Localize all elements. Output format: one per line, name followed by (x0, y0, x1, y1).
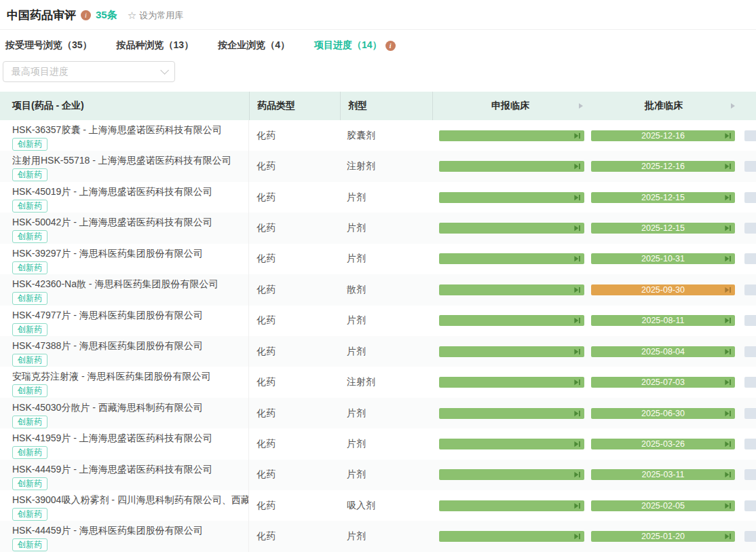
project-name[interactable]: HSK-36357胶囊 - 上海海思盛诺医药科技有限公司 (12, 124, 248, 136)
declare-clinical-bar[interactable] (439, 439, 584, 449)
approve-clinical-bar[interactable]: 2025-03-11 (591, 469, 735, 480)
tab-info-icon[interactable]: i (385, 41, 396, 51)
declare-clinical-bar[interactable] (439, 377, 584, 388)
approve-clinical-bar[interactable]: 2025-12-15 (591, 223, 735, 234)
table-row[interactable]: HSK-45019片 - 上海海思盛诺医药科技有限公司 创新药 化药 片剂 20… (0, 182, 756, 213)
declare-clinical-date (439, 192, 584, 203)
approve-clinical-bar[interactable]: 2025-07-03 (591, 377, 735, 388)
table-row[interactable]: HSK-41959片 - 上海海思盛诺医药科技有限公司 创新药 化药 片剂 20… (0, 428, 756, 459)
declare-clinical-bar[interactable] (439, 469, 584, 480)
declare-clinical-bar[interactable] (439, 223, 584, 234)
tab-by-acceptance-number[interactable]: 按受理号浏览（35） (5, 39, 92, 52)
table-row[interactable]: HSK-39004吸入粉雾剂 - 四川海思科制药有限公司、西藏海 创新药 化药 … (0, 490, 756, 521)
approve-clinical-bar[interactable]: 2025-02-05 (591, 500, 735, 511)
table-row[interactable]: HSK-42360-Na散 - 海思科医药集团股份有限公司 创新药 化药 散剂 … (0, 274, 756, 305)
approve-clinical-bar[interactable]: 2025-12-15 (591, 192, 735, 203)
title-info-icon[interactable]: i (81, 10, 91, 20)
project-cell[interactable]: 注射用HSK-55718 - 上海海思盛诺医药科技有限公司 创新药 (0, 151, 249, 181)
table-row[interactable]: HSK-44459片 - 上海海思盛诺医药科技有限公司 创新药 化药 片剂 20… (0, 460, 756, 490)
declare-clinical-bar[interactable] (439, 284, 584, 295)
project-name[interactable]: 注射用HSK-55718 - 上海海思盛诺医药科技有限公司 (12, 154, 248, 167)
declare-clinical-bar[interactable] (439, 408, 584, 419)
project-cell[interactable]: HSK-44459片 - 上海海思盛诺医药科技有限公司 创新药 (0, 460, 249, 490)
tab-project-progress[interactable]: 项目进度（14） i (314, 39, 396, 52)
project-cell[interactable]: HSK-45019片 - 上海海思盛诺医药科技有限公司 创新药 (0, 182, 249, 213)
project-cell[interactable]: HSK-45030分散片 - 西藏海思科制药有限公司 创新药 (0, 398, 249, 428)
project-cell[interactable]: 安瑞克芬注射液 - 海思科医药集团股份有限公司 创新药 (0, 367, 249, 397)
approve-clinical-bar[interactable]: 2025-10-31 (591, 253, 735, 264)
declare-clinical-bar[interactable] (439, 130, 584, 141)
table-row[interactable]: HSK-39297片 - 海思科医药集团股份有限公司 创新药 化药 片剂 202… (0, 244, 756, 274)
next-stage-bar[interactable] (744, 253, 756, 264)
tab-project-progress-label: 项目进度（14） (314, 39, 382, 52)
project-cell[interactable]: HSK-41959片 - 上海海思盛诺医药科技有限公司 创新药 (0, 428, 249, 459)
approve-clinical-bar[interactable]: 2025-08-11 (591, 315, 735, 326)
step-forward-icon (724, 471, 732, 479)
project-cell[interactable]: HSK-36357胶囊 - 上海海思盛诺医药科技有限公司 创新药 (0, 120, 249, 151)
declare-clinical-bar[interactable] (439, 500, 584, 511)
project-name[interactable]: HSK-41959片 - 上海海思盛诺医药科技有限公司 (12, 432, 248, 445)
project-name[interactable]: HSK-47977片 - 海思科医药集团股份有限公司 (12, 309, 248, 322)
next-stage-bar[interactable] (744, 346, 756, 357)
approve-clinical-cell: 2025-09-30 (588, 284, 740, 295)
next-stage-bar[interactable] (744, 315, 756, 326)
project-name[interactable]: HSK-45019片 - 上海海思盛诺医药科技有限公司 (12, 185, 248, 198)
table-row[interactable]: HSK-47388片 - 海思科医药集团股份有限公司 创新药 化药 片剂 202… (0, 336, 756, 367)
project-cell[interactable]: HSK-47388片 - 海思科医药集团股份有限公司 创新药 (0, 336, 249, 367)
next-stage-bar[interactable] (744, 161, 756, 172)
next-stage-bar[interactable] (744, 192, 756, 203)
tab-by-variety[interactable]: 按品种浏览（13） (117, 39, 194, 52)
drug-type-cell: 化药 (249, 500, 340, 512)
approve-clinical-bar[interactable]: 2025-03-26 (591, 439, 735, 449)
project-name[interactable]: HSK-44459片 - 海思科医药集团股份有限公司 (12, 524, 248, 537)
project-name[interactable]: HSK-50042片 - 上海海思盛诺医药科技有限公司 (12, 216, 248, 229)
next-stage-bar[interactable] (744, 377, 756, 388)
declare-clinical-bar[interactable] (439, 192, 584, 203)
next-stage-bar[interactable] (744, 469, 756, 480)
table-row[interactable]: HSK-44459片 - 海思科医药集团股份有限公司 创新药 化药 片剂 202… (0, 521, 756, 551)
project-name[interactable]: HSK-42360-Na散 - 海思科医药集团股份有限公司 (12, 278, 248, 291)
table-row[interactable]: HSK-47977片 - 海思科医药集团股份有限公司 创新药 化药 片剂 202… (0, 306, 756, 336)
table-row[interactable]: HSK-36357胶囊 - 上海海思盛诺医药科技有限公司 创新药 化药 胶囊剂 … (0, 120, 756, 151)
approve-clinical-bar[interactable]: 2025-09-30 (591, 284, 735, 295)
project-cell[interactable]: HSK-39004吸入粉雾剂 - 四川海思科制药有限公司、西藏海 创新药 (0, 490, 249, 521)
project-name[interactable]: HSK-39004吸入粉雾剂 - 四川海思科制药有限公司、西藏海 (12, 494, 248, 507)
declare-clinical-bar[interactable] (439, 346, 584, 357)
declare-clinical-bar[interactable] (439, 315, 584, 326)
project-cell[interactable]: HSK-47977片 - 海思科医药集团股份有限公司 创新药 (0, 306, 249, 336)
project-cell[interactable]: HSK-44459片 - 海思科医药集团股份有限公司 创新药 (0, 521, 249, 551)
project-name[interactable]: HSK-47388片 - 海思科医药集团股份有限公司 (12, 339, 248, 352)
declare-clinical-bar[interactable] (439, 531, 584, 542)
approve-clinical-bar[interactable]: 2025-06-30 (591, 408, 735, 419)
table-row[interactable]: HSK-45030分散片 - 西藏海思科制药有限公司 创新药 化药 片剂 202… (0, 398, 756, 428)
project-cell[interactable]: HSK-39297片 - 海思科医药集团股份有限公司 创新药 (0, 244, 249, 274)
step-forward-icon (724, 440, 732, 447)
declare-clinical-bar[interactable] (439, 161, 584, 172)
declare-clinical-bar[interactable] (439, 253, 584, 264)
table-body: HSK-36357胶囊 - 上海海思盛诺医药科技有限公司 创新药 化药 胶囊剂 … (0, 120, 756, 552)
project-name[interactable]: HSK-44459片 - 上海海思盛诺医药科技有限公司 (12, 463, 248, 476)
project-name[interactable]: HSK-45030分散片 - 西藏海思科制药有限公司 (12, 401, 248, 414)
approve-clinical-bar[interactable]: 2025-12-16 (591, 130, 735, 141)
next-stage-bar[interactable] (744, 531, 756, 542)
table-row[interactable]: 安瑞克芬注射液 - 海思科医药集团股份有限公司 创新药 化药 注射剂 2025-… (0, 367, 756, 397)
tab-by-company[interactable]: 按企业浏览（4） (218, 39, 290, 52)
table-row[interactable]: 注射用HSK-55718 - 上海海思盛诺医药科技有限公司 创新药 化药 注射剂… (0, 151, 756, 181)
set-favorite-button[interactable]: ☆ 设为常用库 (128, 10, 183, 22)
next-stage-bar[interactable] (744, 500, 756, 511)
max-progress-select[interactable]: 最高项目进度 (3, 61, 175, 82)
project-name[interactable]: HSK-39297片 - 海思科医药集团股份有限公司 (12, 247, 248, 260)
next-stage-bar[interactable] (744, 223, 756, 234)
next-stage-bar[interactable] (744, 130, 756, 141)
next-stage-bar[interactable] (744, 408, 756, 419)
approve-clinical-bar[interactable]: 2025-12-16 (591, 161, 735, 172)
approve-clinical-bar[interactable]: 2025-01-20 (591, 531, 735, 542)
next-stage-bar[interactable] (744, 439, 756, 449)
next-stage-bar[interactable] (744, 284, 756, 295)
dosage-form-cell: 片剂 (340, 191, 432, 204)
approve-clinical-bar[interactable]: 2025-08-04 (591, 346, 735, 357)
table-row[interactable]: HSK-50042片 - 上海海思盛诺医药科技有限公司 创新药 化药 片剂 20… (0, 213, 756, 243)
project-name[interactable]: 安瑞克芬注射液 - 海思科医药集团股份有限公司 (12, 370, 248, 383)
project-cell[interactable]: HSK-50042片 - 上海海思盛诺医药科技有限公司 创新药 (0, 213, 249, 243)
project-cell[interactable]: HSK-42360-Na散 - 海思科医药集团股份有限公司 创新药 (0, 274, 249, 305)
